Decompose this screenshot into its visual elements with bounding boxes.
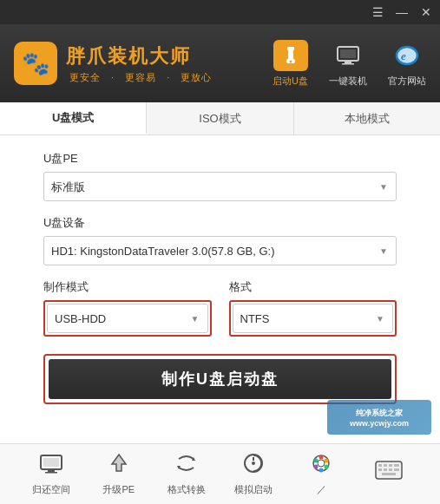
app-subtitle: 更安全 · 更容易 · 更放心: [66, 71, 215, 84]
make-btn-wrapper: 制作U盘启动盘: [43, 354, 397, 404]
svg-rect-11: [43, 458, 59, 467]
svg-rect-28: [378, 464, 382, 467]
svg-rect-1: [288, 50, 293, 59]
format-convert-icon: [174, 452, 199, 480]
close-btn[interactable]: ✕: [419, 5, 433, 19]
theme-label: ／: [317, 483, 326, 496]
mode-select-wrapper: USB-HDD USB-ZIP USB-FDD: [47, 304, 208, 333]
title-bar: ☰ — ✕: [0, 0, 440, 24]
watermark: 纯净系统之家www.ycwjy.com: [327, 400, 431, 435]
svg-point-22: [325, 465, 329, 469]
nav-icons: 启动U盘 一键装机 e 官方网站: [273, 40, 426, 88]
nav-item-usb[interactable]: 启动U盘: [273, 40, 308, 88]
logo-icon: 🐾: [14, 42, 57, 85]
svg-point-24: [314, 465, 319, 469]
minimize-btn[interactable]: —: [395, 5, 409, 19]
pe-section: U盘PE 标准版 精简版 完整版: [43, 151, 397, 201]
bottom-format-convert[interactable]: 格式转换: [161, 452, 213, 496]
keyboard-icon: [375, 461, 403, 485]
svg-point-20: [319, 455, 324, 460]
nav-icon-official: e: [390, 40, 424, 71]
logo-area: 🐾 胖爪装机大师 更安全 · 更容易 · 更放心: [14, 42, 273, 85]
mode-label: 制作模式: [43, 279, 212, 295]
nav-item-official[interactable]: e 官方网站: [388, 40, 426, 88]
main-content: U盘PE 标准版 精简版 完整版 U盘设备 HD1: KingstonDataT…: [0, 135, 440, 443]
svg-rect-5: [345, 61, 351, 63]
svg-rect-6: [342, 63, 354, 65]
device-section: U盘设备 HD1: KingstonDataTraveler 3.0(57.8 …: [43, 215, 397, 265]
svg-point-8: [397, 47, 417, 64]
app-title: 胖爪装机大师: [66, 43, 215, 69]
format-select[interactable]: NTFS FAT32 exFAT: [233, 304, 394, 333]
svg-rect-34: [389, 468, 392, 471]
pe-select-wrapper: 标准版 精简版 完整版: [43, 172, 397, 201]
theme-icon: [309, 452, 333, 480]
svg-text:e: e: [401, 49, 406, 62]
tab-local-mode[interactable]: 本地模式: [294, 102, 440, 134]
svg-rect-31: [394, 464, 399, 467]
svg-rect-29: [384, 464, 387, 467]
svg-point-18: [252, 461, 255, 465]
svg-rect-13: [45, 472, 57, 474]
format-select-wrapper: NTFS FAT32 exFAT: [233, 304, 394, 333]
format-col: 格式 NTFS FAT32 exFAT: [229, 279, 397, 337]
restore-icon: [39, 452, 63, 480]
mode-col: 制作模式 USB-HDD USB-ZIP USB-FDD: [43, 279, 212, 337]
simulate-label: 模拟启动: [234, 483, 273, 496]
menu-btn[interactable]: ☰: [371, 5, 384, 19]
tab-iso-mode[interactable]: ISO模式: [147, 102, 293, 134]
tab-usb-mode[interactable]: U盘模式: [0, 102, 147, 134]
nav-label-official: 官方网站: [388, 75, 426, 88]
format-select-border: NTFS FAT32 exFAT: [229, 300, 397, 337]
bottom-keyboard[interactable]: [363, 461, 415, 488]
svg-point-3: [289, 60, 292, 62]
svg-rect-7: [340, 49, 356, 58]
svg-rect-0: [287, 47, 294, 50]
svg-point-23: [319, 468, 324, 473]
header: 🐾 胖爪装机大师 更安全 · 更容易 · 更放心 启动U盘: [0, 24, 440, 102]
device-select[interactable]: HD1: KingstonDataTraveler 3.0(57.8 GB, G…: [43, 236, 397, 265]
svg-point-26: [318, 460, 325, 467]
tab-bar: U盘模式 ISO模式 本地模式: [0, 102, 440, 135]
nav-label-usb: 启动U盘: [273, 75, 308, 88]
simulate-icon: [243, 452, 264, 480]
mode-select-border: USB-HDD USB-ZIP USB-FDD: [43, 300, 212, 337]
upgrade-pe-icon: [108, 452, 129, 480]
svg-rect-33: [384, 468, 387, 471]
nav-icon-onekey: [331, 40, 365, 71]
svg-rect-30: [389, 464, 392, 467]
svg-rect-36: [382, 473, 396, 475]
format-label: 格式: [229, 279, 397, 295]
svg-rect-35: [394, 468, 399, 471]
format-convert-label: 格式转换: [167, 483, 206, 496]
mode-format-row: 制作模式 USB-HDD USB-ZIP USB-FDD 格式 NTFS FAT…: [43, 279, 397, 337]
bottom-upgrade-pe[interactable]: 升级PE: [93, 452, 145, 496]
logo-text-area: 胖爪装机大师 更安全 · 更容易 · 更放心: [66, 43, 215, 84]
svg-rect-12: [48, 469, 55, 472]
restore-label: 归还空间: [32, 483, 70, 496]
make-usb-button[interactable]: 制作U盘启动盘: [49, 359, 391, 399]
nav-label-onekey: 一键装机: [329, 75, 367, 88]
nav-item-onekey[interactable]: 一键装机: [329, 40, 367, 88]
bottom-theme[interactable]: ／: [295, 452, 347, 496]
mode-select[interactable]: USB-HDD USB-ZIP USB-FDD: [47, 304, 208, 333]
svg-rect-32: [378, 468, 382, 471]
pe-select[interactable]: 标准版 精简版 完整版: [43, 172, 397, 201]
pe-label: U盘PE: [43, 151, 397, 167]
bottom-bar: 归还空间 升级PE 格式转换 模拟: [0, 443, 440, 504]
device-label: U盘设备: [43, 215, 397, 231]
upgrade-pe-label: 升级PE: [102, 483, 135, 496]
bottom-simulate[interactable]: 模拟启动: [227, 452, 279, 496]
bottom-restore[interactable]: 归还空间: [25, 452, 77, 496]
nav-icon-usb: [273, 40, 308, 71]
device-select-wrapper: HD1: KingstonDataTraveler 3.0(57.8 GB, G…: [43, 236, 397, 265]
